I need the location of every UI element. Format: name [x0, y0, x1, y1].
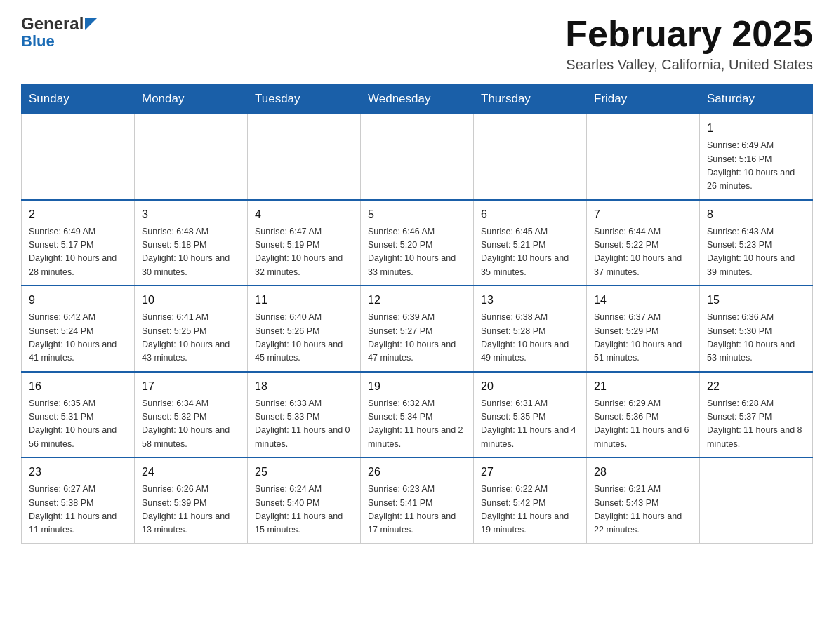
day-number: 11 — [255, 292, 353, 309]
title-area: February 2025 Searles Valley, California… — [565, 14, 813, 73]
day-number: 15 — [707, 292, 805, 309]
calendar-cell — [22, 114, 135, 200]
calendar-cell: 2Sunrise: 6:49 AM Sunset: 5:17 PM Daylig… — [22, 200, 135, 286]
calendar-week-1: 1Sunrise: 6:49 AM Sunset: 5:16 PM Daylig… — [22, 114, 813, 200]
calendar-cell: 5Sunrise: 6:46 AM Sunset: 5:20 PM Daylig… — [361, 200, 474, 286]
calendar-cell: 27Sunrise: 6:22 AM Sunset: 5:42 PM Dayli… — [474, 457, 587, 543]
day-info: Sunrise: 6:34 AM Sunset: 5:32 PM Dayligh… — [142, 397, 240, 452]
day-number: 18 — [255, 378, 353, 395]
day-number: 23 — [29, 464, 127, 481]
day-of-week-wednesday: Wednesday — [361, 85, 474, 114]
calendar-cell: 21Sunrise: 6:29 AM Sunset: 5:36 PM Dayli… — [587, 372, 700, 458]
day-info: Sunrise: 6:43 AM Sunset: 5:23 PM Dayligh… — [707, 225, 805, 280]
day-info: Sunrise: 6:49 AM Sunset: 5:17 PM Dayligh… — [29, 225, 127, 280]
calendar-week-3: 9Sunrise: 6:42 AM Sunset: 5:24 PM Daylig… — [22, 286, 813, 372]
calendar-cell: 15Sunrise: 6:36 AM Sunset: 5:30 PM Dayli… — [700, 286, 813, 372]
day-number: 4 — [255, 206, 353, 223]
day-info: Sunrise: 6:31 AM Sunset: 5:35 PM Dayligh… — [481, 397, 579, 452]
day-info: Sunrise: 6:45 AM Sunset: 5:21 PM Dayligh… — [481, 225, 579, 280]
calendar-cell: 25Sunrise: 6:24 AM Sunset: 5:40 PM Dayli… — [248, 457, 361, 543]
day-number: 5 — [368, 206, 466, 223]
day-info: Sunrise: 6:48 AM Sunset: 5:18 PM Dayligh… — [142, 225, 240, 280]
calendar-cell: 4Sunrise: 6:47 AM Sunset: 5:19 PM Daylig… — [248, 200, 361, 286]
day-number: 12 — [368, 292, 466, 309]
calendar-cell: 28Sunrise: 6:21 AM Sunset: 5:43 PM Dayli… — [587, 457, 700, 543]
day-number: 27 — [481, 464, 579, 481]
day-info: Sunrise: 6:46 AM Sunset: 5:20 PM Dayligh… — [368, 225, 466, 280]
calendar-cell: 8Sunrise: 6:43 AM Sunset: 5:23 PM Daylig… — [700, 200, 813, 286]
day-info: Sunrise: 6:22 AM Sunset: 5:42 PM Dayligh… — [481, 483, 579, 537]
day-number: 16 — [29, 378, 127, 395]
calendar-cell: 16Sunrise: 6:35 AM Sunset: 5:31 PM Dayli… — [22, 372, 135, 458]
day-number: 28 — [594, 464, 692, 481]
calendar-cell: 19Sunrise: 6:32 AM Sunset: 5:34 PM Dayli… — [361, 372, 474, 458]
calendar-cell: 11Sunrise: 6:40 AM Sunset: 5:26 PM Dayli… — [248, 286, 361, 372]
calendar-title: February 2025 — [565, 14, 813, 54]
calendar-cell: 9Sunrise: 6:42 AM Sunset: 5:24 PM Daylig… — [22, 286, 135, 372]
day-number: 2 — [29, 206, 127, 223]
calendar-cell: 24Sunrise: 6:26 AM Sunset: 5:39 PM Dayli… — [135, 457, 248, 543]
calendar-cell: 18Sunrise: 6:33 AM Sunset: 5:33 PM Dayli… — [248, 372, 361, 458]
calendar-cell — [474, 114, 587, 200]
day-info: Sunrise: 6:27 AM Sunset: 5:38 PM Dayligh… — [29, 483, 127, 537]
day-number: 9 — [29, 292, 127, 309]
calendar-cell: 20Sunrise: 6:31 AM Sunset: 5:35 PM Dayli… — [474, 372, 587, 458]
day-number: 6 — [481, 206, 579, 223]
day-number: 17 — [142, 378, 240, 395]
calendar-cell: 12Sunrise: 6:39 AM Sunset: 5:27 PM Dayli… — [361, 286, 474, 372]
calendar-cell: 17Sunrise: 6:34 AM Sunset: 5:32 PM Dayli… — [135, 372, 248, 458]
day-info: Sunrise: 6:49 AM Sunset: 5:16 PM Dayligh… — [707, 139, 805, 194]
calendar-header: SundayMondayTuesdayWednesdayThursdayFrid… — [22, 85, 813, 114]
calendar-cell: 3Sunrise: 6:48 AM Sunset: 5:18 PM Daylig… — [135, 200, 248, 286]
day-info: Sunrise: 6:38 AM Sunset: 5:28 PM Dayligh… — [481, 311, 579, 365]
day-info: Sunrise: 6:39 AM Sunset: 5:27 PM Dayligh… — [368, 311, 466, 365]
calendar-table: SundayMondayTuesdayWednesdayThursdayFrid… — [21, 84, 813, 544]
calendar-cell: 1Sunrise: 6:49 AM Sunset: 5:16 PM Daylig… — [700, 114, 813, 200]
day-info: Sunrise: 6:47 AM Sunset: 5:19 PM Dayligh… — [255, 225, 353, 280]
calendar-cell — [361, 114, 474, 200]
day-info: Sunrise: 6:24 AM Sunset: 5:40 PM Dayligh… — [255, 483, 353, 537]
day-number: 8 — [707, 206, 805, 223]
calendar-cell: 10Sunrise: 6:41 AM Sunset: 5:25 PM Dayli… — [135, 286, 248, 372]
day-of-week-saturday: Saturday — [700, 85, 813, 114]
day-info: Sunrise: 6:40 AM Sunset: 5:26 PM Dayligh… — [255, 311, 353, 365]
day-info: Sunrise: 6:37 AM Sunset: 5:29 PM Dayligh… — [594, 311, 692, 365]
day-number: 3 — [142, 206, 240, 223]
calendar-cell — [700, 457, 813, 543]
day-number: 21 — [594, 378, 692, 395]
day-info: Sunrise: 6:28 AM Sunset: 5:37 PM Dayligh… — [707, 397, 805, 452]
day-info: Sunrise: 6:29 AM Sunset: 5:36 PM Dayligh… — [594, 397, 692, 452]
calendar-cell: 22Sunrise: 6:28 AM Sunset: 5:37 PM Dayli… — [700, 372, 813, 458]
day-number: 22 — [707, 378, 805, 395]
day-of-week-monday: Monday — [135, 85, 248, 114]
calendar-cell: 14Sunrise: 6:37 AM Sunset: 5:29 PM Dayli… — [587, 286, 700, 372]
calendar-week-4: 16Sunrise: 6:35 AM Sunset: 5:31 PM Dayli… — [22, 372, 813, 458]
day-number: 20 — [481, 378, 579, 395]
day-of-week-friday: Friday — [587, 85, 700, 114]
logo-blue-text: Blue — [21, 32, 55, 51]
day-number: 26 — [368, 464, 466, 481]
calendar-cell — [135, 114, 248, 200]
day-number: 10 — [142, 292, 240, 309]
days-of-week-row: SundayMondayTuesdayWednesdayThursdayFrid… — [22, 85, 813, 114]
calendar-body: 1Sunrise: 6:49 AM Sunset: 5:16 PM Daylig… — [22, 114, 813, 543]
day-info: Sunrise: 6:42 AM Sunset: 5:24 PM Dayligh… — [29, 311, 127, 365]
day-of-week-thursday: Thursday — [474, 85, 587, 114]
day-number: 24 — [142, 464, 240, 481]
day-info: Sunrise: 6:44 AM Sunset: 5:22 PM Dayligh… — [594, 225, 692, 280]
day-of-week-tuesday: Tuesday — [248, 85, 361, 114]
day-number: 7 — [594, 206, 692, 223]
logo: General Blue — [21, 14, 98, 51]
calendar-cell: 23Sunrise: 6:27 AM Sunset: 5:38 PM Dayli… — [22, 457, 135, 543]
calendar-week-2: 2Sunrise: 6:49 AM Sunset: 5:17 PM Daylig… — [22, 200, 813, 286]
day-number: 14 — [594, 292, 692, 309]
calendar-cell — [587, 114, 700, 200]
calendar-cell: 6Sunrise: 6:45 AM Sunset: 5:21 PM Daylig… — [474, 200, 587, 286]
day-info: Sunrise: 6:21 AM Sunset: 5:43 PM Dayligh… — [594, 483, 692, 537]
calendar-cell: 26Sunrise: 6:23 AM Sunset: 5:41 PM Dayli… — [361, 457, 474, 543]
calendar-week-5: 23Sunrise: 6:27 AM Sunset: 5:38 PM Dayli… — [22, 457, 813, 543]
calendar-cell: 7Sunrise: 6:44 AM Sunset: 5:22 PM Daylig… — [587, 200, 700, 286]
day-info: Sunrise: 6:35 AM Sunset: 5:31 PM Dayligh… — [29, 397, 127, 452]
svg-marker-0 — [85, 18, 98, 30]
day-number: 25 — [255, 464, 353, 481]
